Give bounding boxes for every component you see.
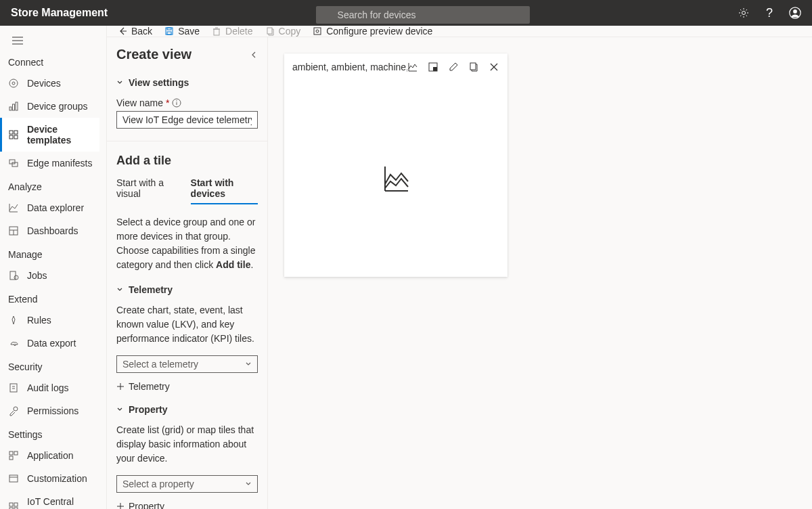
app-header: Store Management ? [0,0,812,26]
preview-canvas: ambient, ambient, machine, macl [268,37,812,509]
svg-point-9 [12,82,15,85]
svg-rect-36 [9,503,13,506]
permissions-icon [8,405,19,416]
chevron-down-icon [245,361,252,368]
telemetry-select[interactable]: Select a telemetry [116,355,258,373]
customization-icon [8,473,19,484]
tile-close-icon[interactable] [489,62,499,72]
property-toggle[interactable]: Property [116,401,258,418]
create-view-panel: Create view View settings View name * [107,37,268,509]
svg-rect-33 [9,456,13,460]
help-icon[interactable]: ? [763,7,775,19]
plus-icon [116,382,125,391]
svg-rect-27 [10,384,17,392]
svg-rect-60 [470,63,476,70]
svg-point-4 [793,9,797,14]
tile-copy-icon[interactable] [468,62,479,72]
sidebar-item-dashboards[interactable]: Dashboards [0,219,106,242]
property-label: Property [129,404,168,415]
svg-rect-10 [9,107,12,110]
account-icon[interactable] [789,7,801,19]
svg-point-30 [14,407,18,411]
svg-marker-26 [12,316,15,324]
tile-size-icon[interactable] [428,62,438,72]
svg-rect-47 [314,28,321,35]
tab-start-devices[interactable]: Start with devices [191,177,258,204]
add-telemetry-label: Telemetry [129,381,170,392]
settings-icon[interactable] [738,7,750,19]
chevron-down-icon [116,79,123,86]
copy-button[interactable]: Copy [265,26,301,37]
nav-label: Dashboards [27,225,78,236]
back-button[interactable]: Back [118,26,152,37]
chevron-down-icon [245,481,252,487]
view-name-input[interactable] [116,111,258,129]
sidebar-item-application[interactable]: Application [0,444,106,467]
plus-icon [116,502,125,509]
svg-rect-34 [9,475,18,482]
info-icon[interactable] [172,98,181,108]
panel-title: Create view [116,47,191,62]
data-export-icon [8,338,19,349]
save-button[interactable]: Save [164,26,200,37]
sidebar-item-permissions[interactable]: Permissions [0,399,106,422]
audit-logs-icon [8,382,19,393]
configure-preview-button[interactable]: Configure preview device [313,26,432,37]
svg-rect-41 [167,28,171,30]
property-description: Create list (grid) or map tiles that dis… [116,423,258,466]
add-property-button[interactable]: Property [116,501,258,509]
hamburger-menu[interactable] [0,31,106,50]
tile-chart-type-icon[interactable] [407,62,418,72]
svg-point-8 [9,79,18,87]
svg-point-48 [316,30,319,32]
sidebar-item-jobs[interactable]: Jobs [0,264,106,287]
svg-rect-37 [14,503,18,506]
telemetry-label: Telemetry [129,284,173,295]
nav-label: Audit logs [27,382,68,393]
sidebar-item-devices[interactable]: Devices [0,72,106,95]
toolbar: Back Save Delete Copy Configure preview … [107,26,812,37]
svg-rect-12 [16,102,18,110]
nav-label: Jobs [27,270,47,281]
telemetry-select-placeholder: Select a telemetry [122,359,198,370]
svg-rect-59 [433,67,437,71]
tile-card[interactable]: ambient, ambient, machine, macl [284,53,508,277]
nav-section-connect: Connect [0,50,106,72]
delete-button[interactable]: Delete [212,26,252,37]
tile-edit-icon[interactable] [448,62,459,72]
nav-section-extend: Extend [0,287,106,309]
svg-rect-16 [14,135,18,139]
svg-rect-15 [9,135,13,139]
sidebar-item-customization[interactable]: Customization [0,467,106,490]
svg-point-25 [14,275,18,280]
svg-point-51 [177,100,177,101]
view-settings-toggle[interactable]: View settings [116,74,258,91]
sidebar-item-audit-logs[interactable]: Audit logs [0,376,106,399]
nav-label: IoT Central Home [27,496,98,509]
sidebar-item-device-groups[interactable]: Device groups [0,95,106,118]
svg-rect-42 [167,32,171,35]
sidebar-item-device-templates[interactable]: Device templates [0,118,99,152]
nav-label: Data export [27,338,76,349]
sidebar-item-edge-manifests[interactable]: Edge manifests [0,152,106,175]
sidebar-item-rules[interactable]: Rules [0,309,106,332]
nav-label: Device templates [27,124,91,146]
search-input[interactable] [316,6,530,24]
nav-section-analyze: Analyze [0,175,106,196]
rules-icon [8,315,19,326]
app-title: Store Management [11,7,108,19]
sidebar-item-data-explorer[interactable]: Data explorer [0,196,106,219]
edge-manifests-icon [8,158,19,169]
save-label: Save [178,26,200,37]
sidebar-item-data-export[interactable]: Data export [0,332,106,355]
property-select[interactable]: Select a property [116,475,258,493]
nav-label: Devices [27,78,61,89]
view-name-label: View name * [116,97,258,108]
telemetry-toggle[interactable]: Telemetry [116,282,258,298]
collapse-panel-icon[interactable] [250,51,258,59]
tab-start-visual[interactable]: Start with a visual [116,177,179,204]
sidebar-item-iot-central-home[interactable]: IoT Central Home [0,490,106,509]
nav-label: Application [27,450,74,461]
add-telemetry-button[interactable]: Telemetry [116,381,258,392]
add-tile-description: Select a device group and one or more de… [116,215,258,272]
